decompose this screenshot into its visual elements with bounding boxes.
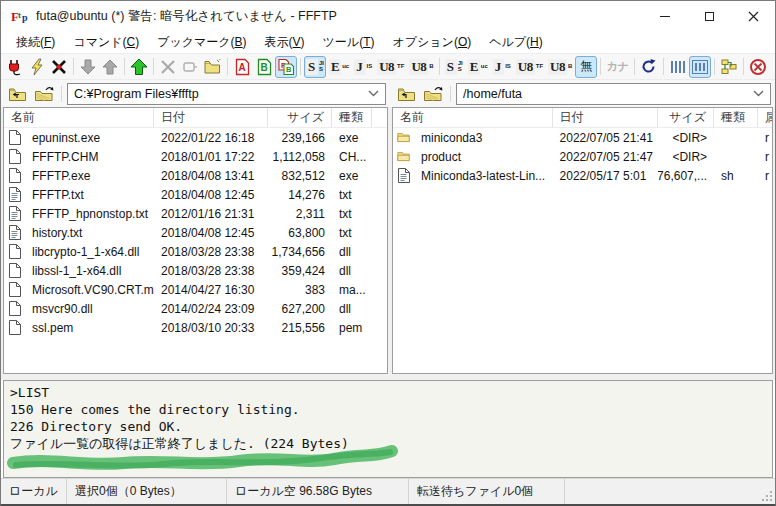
kanji-encoding-euc-button[interactable]: Euc <box>327 56 351 78</box>
new-folder-icon <box>203 58 222 75</box>
download-button[interactable] <box>77 56 99 78</box>
binary-mode-button[interactable]: B <box>253 56 275 78</box>
column-header-name[interactable]: 名前 <box>393 108 553 127</box>
list-view-button[interactable] <box>667 56 689 78</box>
file-date: 2014/04/27 16:30 <box>154 280 268 299</box>
disconnect-button[interactable] <box>48 56 70 78</box>
file-icon <box>8 168 21 183</box>
kanji-encoding-utf8-button[interactable]: U8TF <box>375 56 406 78</box>
local-updir-button[interactable] <box>5 83 29 104</box>
local-file-row[interactable]: FFFTP.exe2018/04/08 13:41832,512exe <box>4 166 387 185</box>
resize-grip[interactable] <box>761 490 773 502</box>
remote-file-row[interactable]: product2022/07/05 21:47<DIR>r <box>393 147 772 166</box>
kanji-encoding-jis-button[interactable]: JIS <box>352 56 374 78</box>
filename-encoding-euc-button[interactable]: Euc <box>466 56 490 78</box>
remote-file-row[interactable]: Miniconda3-latest-Lin...2022/05/17 5:017… <box>393 166 772 185</box>
local-file-row[interactable]: FFFTP.txt2018/04/08 12:4514,276txt <box>4 185 387 204</box>
close-icon <box>748 11 759 22</box>
file-size: 1,734,656 <box>268 242 332 261</box>
close-button[interactable] <box>731 1 775 31</box>
filename-encoding-euc-sublabel: uc <box>481 64 488 70</box>
status-bar: ローカル 選択0個（0 Bytes） ローカル空 96.58G Bytes 転送… <box>1 478 775 504</box>
refresh-button[interactable] <box>638 56 660 78</box>
log-line: 150 Here comes the directory listing. <box>10 401 766 418</box>
remote-path-bar: /home/futa <box>390 80 775 107</box>
sitemap-button[interactable] <box>718 56 740 78</box>
kanji-encoding-utf8-label: U8 <box>377 59 396 75</box>
column-header-type[interactable]: 種類 <box>714 108 758 127</box>
file-icon <box>8 282 21 297</box>
detail-view-button[interactable] <box>689 56 711 78</box>
upload-button[interactable] <box>99 56 121 78</box>
quick-connect-button[interactable] <box>26 56 48 78</box>
kanji-encoding-group: SJI SEucJISU8TFU8B <box>304 56 436 78</box>
abort-button[interactable] <box>747 56 769 78</box>
file-type <box>714 128 758 147</box>
local-file-row[interactable]: libcrypto-1_1-x64.dll2018/03/28 23:381,7… <box>4 242 387 261</box>
toolbar-separator <box>153 58 154 75</box>
menu-item-h[interactable]: ヘルプ(H) <box>480 32 552 53</box>
mkdir-button[interactable] <box>201 56 224 78</box>
minimize-button[interactable] <box>643 1 687 31</box>
window-controls <box>643 1 775 31</box>
file-date: 2018/03/28 23:38 <box>154 261 268 280</box>
remote-chdir-button[interactable] <box>421 83 445 104</box>
local-file-row[interactable]: FFFTP.CHM2018/01/01 17:221,112,058CH... <box>4 147 387 166</box>
file-type: pem <box>332 318 372 337</box>
column-header-size[interactable]: サイズ <box>658 108 714 127</box>
local-path-combobox[interactable]: C:¥Program Files¥ffftp <box>67 83 386 105</box>
toolbar-separator <box>743 58 744 75</box>
file-name: FFFTP.CHM <box>25 147 154 166</box>
maximize-button[interactable] <box>687 1 731 31</box>
local-file-row[interactable]: epuninst.exe2022/01/22 16:18239,166exe <box>4 128 387 147</box>
column-header-size[interactable]: サイズ <box>268 108 332 127</box>
mirror-upload-button[interactable] <box>128 56 150 78</box>
column-header-date[interactable]: 日付 <box>154 108 268 127</box>
local-file-row[interactable]: FFFTP_hpnonstop.txt2012/01/16 21:312,311… <box>4 204 387 223</box>
menu-item-o[interactable]: オプション(O) <box>383 32 480 53</box>
ascii-mode-button[interactable]: A <box>231 56 253 78</box>
file-icon-cell <box>4 166 25 185</box>
filename-encoding-jis-button[interactable]: JIS <box>491 56 513 78</box>
filename-encoding-none-button[interactable]: 無 <box>575 56 597 78</box>
menu-item-t[interactable]: ツール(T) <box>314 32 384 53</box>
filename-encoding-sjis-sublabel: JI S <box>458 61 463 72</box>
menu-item-f[interactable]: 接続(F) <box>7 32 64 53</box>
log-line: ファイル一覧の取得は正常終了しました. (224 Bytes) <box>10 435 766 452</box>
column-header-attr[interactable]: 属 <box>758 108 772 127</box>
file-name: libcrypto-1_1-x64.dll <box>25 242 154 261</box>
toolbar-separator <box>600 58 601 75</box>
svg-text:B: B <box>260 62 267 73</box>
rename-button[interactable] <box>179 56 201 78</box>
auto-mode-button[interactable]: P B <box>275 56 297 78</box>
local-file-row[interactable]: ssl.pem2018/03/10 20:33215,556pem <box>4 318 387 337</box>
kanji-encoding-sjis-button[interactable]: SJI S <box>304 56 326 78</box>
local-file-row[interactable]: libssl-1_1-x64.dll2018/03/28 23:38359,42… <box>4 261 387 280</box>
kana-convert-button[interactable]: カナ <box>604 56 631 78</box>
connect-button[interactable] <box>4 56 26 78</box>
text-file-icon <box>397 168 410 183</box>
menu-item-b[interactable]: ブックマーク(B) <box>148 32 255 53</box>
delete-button[interactable] <box>157 56 179 78</box>
menu-bar: 接続(F)コマンド(C)ブックマーク(B)表示(V)ツール(T)オプション(O)… <box>1 31 775 53</box>
remote-file-row[interactable]: miniconda32022/07/05 21:41<DIR>r <box>393 128 772 147</box>
menu-item-c[interactable]: コマンド(C) <box>64 32 148 53</box>
local-file-row[interactable]: Microsoft.VC90.CRT.m...2014/04/27 16:303… <box>4 280 387 299</box>
kanji-encoding-utf8-bom-button[interactable]: U8B <box>407 56 435 78</box>
lightning-icon <box>28 58 46 76</box>
column-header-type[interactable]: 種類 <box>332 108 372 127</box>
menu-item-v[interactable]: 表示(V) <box>256 32 314 53</box>
folder-change-icon <box>423 86 443 102</box>
remote-path-combobox[interactable]: /home/futa <box>456 83 771 105</box>
filename-encoding-sjis-button[interactable]: SJI S <box>443 56 465 78</box>
column-header-date[interactable]: 日付 <box>553 108 659 127</box>
file-icon-cell <box>4 242 25 261</box>
filename-encoding-utf8-bom-button[interactable]: U8B <box>546 56 574 78</box>
local-file-row[interactable]: history.txt2018/04/08 12:4563,800txt <box>4 223 387 242</box>
remote-updir-button[interactable] <box>394 83 418 104</box>
local-chdir-button[interactable] <box>32 83 56 104</box>
file-name: libssl-1_1-x64.dll <box>25 261 154 280</box>
local-file-row[interactable]: msvcr90.dll2014/02/24 23:09627,200dll <box>4 299 387 318</box>
filename-encoding-utf8-button[interactable]: U8TF <box>514 56 545 78</box>
column-header-name[interactable]: 名前 <box>4 108 154 127</box>
